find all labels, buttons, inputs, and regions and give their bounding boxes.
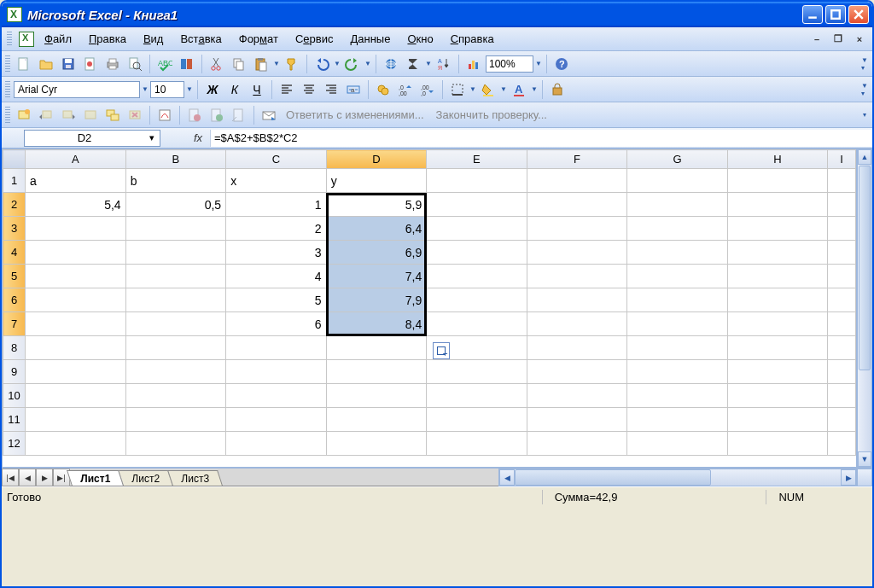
increase-decimal-icon[interactable]: ,0,00	[395, 79, 416, 100]
grid[interactable]: A B C D E F G H I 1 a b x y 2 5,4 0,5 1 …	[2, 148, 857, 468]
sort-asc-icon[interactable]: АЯ	[434, 54, 454, 74]
menu-edit[interactable]: Правка	[82, 30, 133, 48]
help-icon[interactable]: ?	[551, 54, 572, 74]
font-color-dropdown[interactable]: ▼	[531, 85, 538, 93]
autosum-icon[interactable]	[403, 54, 423, 74]
undo-icon[interactable]	[312, 54, 332, 74]
row-header-12[interactable]: 12	[3, 432, 26, 456]
cell-E1[interactable]	[427, 169, 527, 193]
vertical-scrollbar[interactable]: ▲ ▼	[857, 148, 872, 468]
menu-data[interactable]: Данные	[343, 30, 397, 48]
hyperlink-icon[interactable]	[381, 54, 401, 74]
toolbar-grip[interactable]	[5, 107, 10, 124]
paste-icon[interactable]	[251, 54, 271, 74]
decrease-decimal-icon[interactable]: ,00,0	[417, 79, 438, 100]
undo-dropdown[interactable]: ▼	[334, 60, 341, 67]
status-sum[interactable]: Сумма=42,9	[542, 490, 630, 504]
font-size-input[interactable]: 10	[150, 81, 184, 98]
excel-doc-icon[interactable]	[19, 32, 34, 47]
col-header-I[interactable]: I	[828, 150, 856, 169]
col-header-H[interactable]: H	[727, 150, 828, 169]
name-box[interactable]: D2 ▾	[24, 130, 160, 147]
save-icon[interactable]	[58, 54, 79, 74]
cell-A2[interactable]: 5,4	[26, 193, 126, 217]
menu-insert[interactable]: Вставка	[173, 30, 228, 48]
row-header-5[interactable]: 5	[3, 265, 26, 288]
maximize-button[interactable]	[825, 5, 846, 24]
cell-C2[interactable]: 1	[226, 193, 327, 217]
col-header-F[interactable]: F	[527, 150, 627, 169]
align-left-icon[interactable]	[277, 79, 297, 100]
print-preview-icon[interactable]	[125, 54, 145, 74]
autofill-options-icon[interactable]	[433, 342, 450, 359]
merge-center-icon[interactable]: a	[343, 79, 364, 100]
send-mail-icon[interactable]	[259, 105, 279, 125]
print-icon[interactable]	[102, 54, 123, 74]
new-comment-icon[interactable]	[14, 105, 34, 125]
cell-D4[interactable]: 6,9	[326, 241, 427, 265]
cell-D3[interactable]: 6,4	[326, 217, 427, 241]
row-header-10[interactable]: 10	[3, 384, 26, 408]
show-all-comments-icon[interactable]	[102, 105, 123, 125]
col-header-G[interactable]: G	[627, 150, 728, 169]
doc-close-button[interactable]: ×	[852, 32, 867, 46]
bold-icon[interactable]: Ж	[202, 79, 223, 100]
row-header-1[interactable]: 1	[3, 169, 26, 193]
menu-file[interactable]: ФФайлайл	[38, 30, 79, 48]
sheet-tab-1[interactable]: Лист1	[67, 470, 124, 486]
copy-icon[interactable]	[229, 54, 249, 74]
toolbar-grip[interactable]	[7, 32, 12, 47]
font-color-icon[interactable]: А	[509, 79, 529, 100]
align-center-icon[interactable]	[299, 79, 319, 100]
menu-tools[interactable]: Сервис	[288, 30, 341, 48]
scroll-down-button[interactable]: ▼	[858, 451, 871, 467]
open-icon[interactable]	[36, 54, 56, 74]
doc-restore-button[interactable]: ❐	[830, 32, 846, 46]
fill-color-icon[interactable]	[478, 79, 498, 100]
cell-A1[interactable]: a	[26, 169, 126, 193]
currency-icon[interactable]	[373, 79, 393, 100]
font-size-dropdown[interactable]: ▼	[186, 85, 193, 93]
format-painter-icon[interactable]	[282, 54, 302, 74]
close-button[interactable]	[848, 5, 869, 24]
font-name-input[interactable]: Arial Cyr	[14, 81, 140, 98]
borders-icon[interactable]	[447, 79, 468, 100]
tab-nav-next[interactable]: ▶	[36, 469, 53, 486]
tab-nav-first[interactable]: |◀	[2, 469, 19, 486]
toolbar-options[interactable]: ▼▾	[860, 56, 869, 72]
cell-D2[interactable]: 5,9	[326, 193, 427, 217]
minimize-button[interactable]	[802, 5, 823, 24]
security-icon[interactable]	[547, 79, 568, 100]
row-header-7[interactable]: 7	[3, 312, 26, 336]
col-header-B[interactable]: B	[125, 150, 226, 169]
borders-dropdown[interactable]: ▼	[469, 85, 476, 93]
paste-dropdown[interactable]: ▼	[273, 60, 280, 67]
new-icon[interactable]	[14, 54, 34, 74]
col-header-C[interactable]: C	[226, 150, 327, 169]
fx-icon[interactable]: fx	[186, 131, 210, 144]
sheet-tab-2[interactable]: Лист2	[118, 470, 173, 486]
name-box-dropdown[interactable]: ▾	[144, 132, 160, 143]
hscroll-thumb[interactable]	[515, 469, 711, 486]
menu-help[interactable]: Справка	[444, 30, 501, 48]
toolbar-grip[interactable]	[5, 55, 10, 73]
row-header-2[interactable]: 2	[3, 193, 26, 217]
formula-input[interactable]	[210, 130, 872, 147]
align-right-icon[interactable]	[321, 79, 341, 100]
cell-B2[interactable]: 0,5	[125, 193, 226, 217]
research-icon[interactable]	[177, 54, 197, 74]
cell-C4[interactable]: 3	[226, 241, 327, 265]
cell-D1[interactable]: y	[326, 169, 427, 193]
spellcheck-icon[interactable]: ABC	[154, 54, 175, 74]
menu-window[interactable]: Окно	[400, 30, 440, 48]
row-header-6[interactable]: 6	[3, 288, 26, 312]
chart-wizard-icon[interactable]	[463, 54, 484, 74]
horizontal-scrollbar[interactable]: ◀ ▶	[498, 469, 857, 486]
row-header-11[interactable]: 11	[3, 408, 26, 432]
cell-D7[interactable]: 8,4	[326, 312, 427, 336]
cell-C3[interactable]: 2	[226, 217, 327, 241]
doc-minimize-button[interactable]: –	[809, 32, 824, 46]
scroll-up-button[interactable]: ▲	[858, 149, 871, 165]
cell-B1[interactable]: b	[125, 169, 226, 193]
zoom-dropdown[interactable]: ▼	[535, 60, 542, 67]
